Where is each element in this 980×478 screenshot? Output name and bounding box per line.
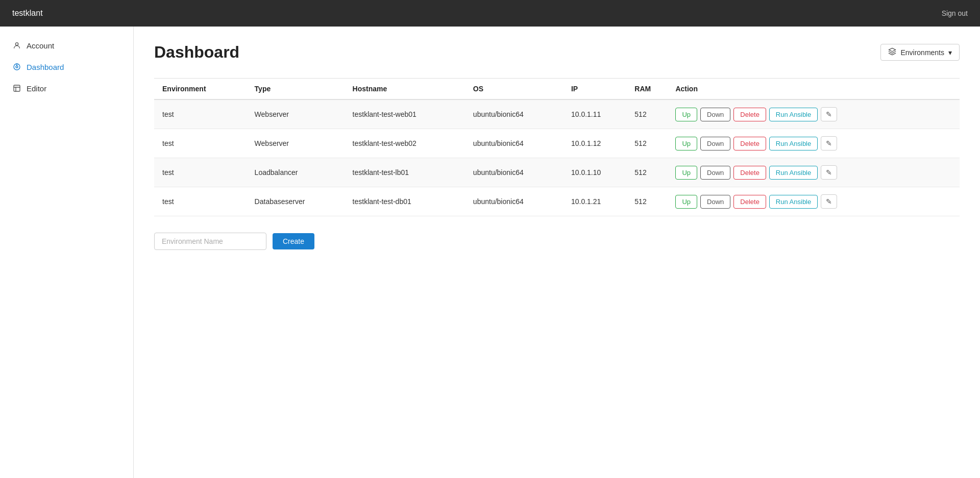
down-button[interactable]: Down	[700, 108, 730, 121]
chevron-down-icon: ▾	[948, 48, 952, 57]
cell-environment: test	[154, 99, 255, 129]
cell-ram: 512	[634, 158, 675, 187]
layers-icon	[888, 47, 896, 57]
cell-type: Loadbalancer	[255, 158, 353, 187]
main-header: Dashboard Environments ▾	[154, 43, 960, 62]
cell-type: Webserver	[255, 99, 353, 129]
table-row: test Webserver testklant-test-web02 ubun…	[154, 129, 960, 158]
cell-action: Up Down Delete Run Ansible ✎	[675, 158, 960, 187]
cell-os: ubuntu/bionic64	[473, 99, 571, 129]
cell-ip: 10.0.1.10	[571, 158, 634, 187]
delete-button[interactable]: Delete	[733, 137, 766, 150]
editor-icon	[12, 84, 21, 93]
run-ansible-button[interactable]: Run Ansible	[769, 195, 818, 209]
environment-name-input[interactable]	[154, 233, 266, 250]
col-ip: IP	[571, 79, 634, 99]
svg-rect-4	[14, 85, 20, 91]
environments-dropdown-button[interactable]: Environments ▾	[880, 44, 960, 61]
table-header-row: Environment Type Hostname OS IP RAM Acti…	[154, 79, 960, 99]
delete-button[interactable]: Delete	[733, 166, 766, 180]
cell-ip: 10.0.1.11	[571, 99, 634, 129]
environments-table: Environment Type Hostname OS IP RAM Acti…	[154, 79, 960, 216]
cell-ram: 512	[634, 187, 675, 216]
cell-action: Up Down Delete Run Ansible ✎	[675, 129, 960, 158]
col-type: Type	[255, 79, 353, 99]
col-environment: Environment	[154, 79, 255, 99]
table-container: Environment Type Hostname OS IP RAM Acti…	[154, 78, 960, 216]
run-ansible-button[interactable]: Run Ansible	[769, 166, 818, 180]
signout-button[interactable]: Sign out	[942, 9, 968, 17]
run-ansible-button[interactable]: Run Ansible	[769, 137, 818, 150]
col-ram: RAM	[634, 79, 675, 99]
up-button[interactable]: Up	[675, 166, 697, 180]
col-hostname: Hostname	[353, 79, 473, 99]
cell-environment: test	[154, 129, 255, 158]
up-button[interactable]: Up	[675, 195, 697, 209]
sidebar-item-dashboard[interactable]: Dashboard	[0, 56, 133, 78]
page-title: Dashboard	[154, 43, 239, 62]
create-button[interactable]: Create	[273, 233, 314, 249]
table-row: test Loadbalancer testklant-test-lb01 ub…	[154, 158, 960, 187]
down-button[interactable]: Down	[700, 166, 730, 180]
sidebar: Account Dashboard Editor	[0, 27, 134, 478]
delete-button[interactable]: Delete	[733, 108, 766, 121]
dashboard-icon	[12, 62, 21, 71]
sidebar-item-editor-label: Editor	[27, 84, 46, 93]
cell-hostname: testklant-test-lb01	[353, 158, 473, 187]
cell-action: Up Down Delete Run Ansible ✎	[675, 187, 960, 216]
cell-type: Databaseserver	[255, 187, 353, 216]
cell-type: Webserver	[255, 129, 353, 158]
navbar: testklant Sign out	[0, 0, 980, 27]
cell-ram: 512	[634, 129, 675, 158]
cell-ip: 10.0.1.12	[571, 129, 634, 158]
cell-environment: test	[154, 158, 255, 187]
cell-hostname: testklant-test-db01	[353, 187, 473, 216]
up-button[interactable]: Up	[675, 137, 697, 150]
cell-environment: test	[154, 187, 255, 216]
down-button[interactable]: Down	[700, 137, 730, 150]
sidebar-item-editor[interactable]: Editor	[0, 78, 133, 99]
edit-button[interactable]: ✎	[821, 107, 837, 121]
svg-marker-7	[889, 48, 896, 52]
svg-point-0	[15, 43, 18, 45]
environments-btn-label: Environments	[900, 48, 944, 57]
col-action: Action	[675, 79, 960, 99]
main-content: Dashboard Environments ▾ Environment	[134, 27, 980, 478]
sidebar-item-account[interactable]: Account	[0, 35, 133, 56]
app-layout: Account Dashboard Editor	[0, 27, 980, 478]
table-row: test Databaseserver testklant-test-db01 …	[154, 187, 960, 216]
table-row: test Webserver testklant-test-web01 ubun…	[154, 99, 960, 129]
cell-os: ubuntu/bionic64	[473, 187, 571, 216]
cell-hostname: testklant-test-web01	[353, 99, 473, 129]
edit-button[interactable]: ✎	[821, 136, 837, 150]
navbar-brand: testklant	[12, 9, 43, 18]
cell-action: Up Down Delete Run Ansible ✎	[675, 99, 960, 129]
cell-hostname: testklant-test-web02	[353, 129, 473, 158]
edit-button[interactable]: ✎	[821, 194, 837, 209]
cell-ram: 512	[634, 99, 675, 129]
sidebar-item-account-label: Account	[27, 41, 54, 50]
cell-ip: 10.0.1.21	[571, 187, 634, 216]
cell-os: ubuntu/bionic64	[473, 158, 571, 187]
edit-button[interactable]: ✎	[821, 165, 837, 180]
create-environment-form: Create	[154, 233, 960, 250]
down-button[interactable]: Down	[700, 195, 730, 209]
run-ansible-button[interactable]: Run Ansible	[769, 108, 818, 121]
sidebar-item-dashboard-label: Dashboard	[27, 63, 64, 71]
delete-button[interactable]: Delete	[733, 195, 766, 209]
up-button[interactable]: Up	[675, 108, 697, 121]
col-os: OS	[473, 79, 571, 99]
cell-os: ubuntu/bionic64	[473, 129, 571, 158]
user-icon	[12, 41, 21, 50]
